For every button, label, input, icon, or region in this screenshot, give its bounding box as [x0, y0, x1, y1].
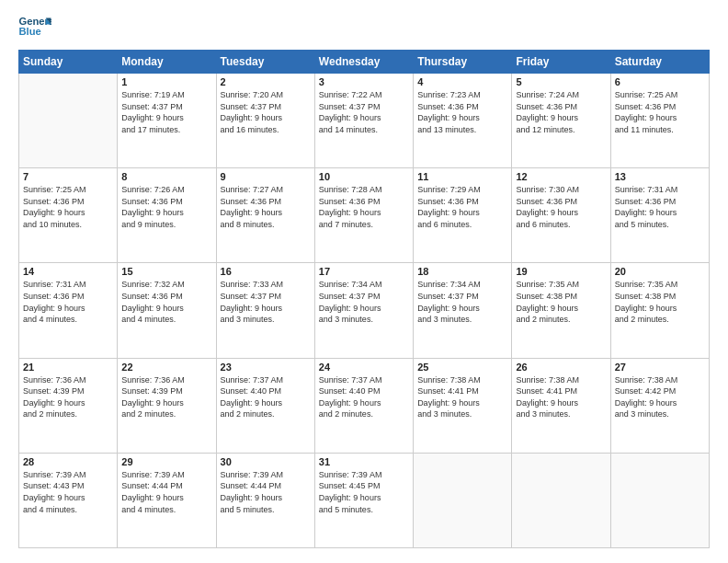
day-info: Sunrise: 7:19 AM Sunset: 4:37 PM Dayligh…	[121, 89, 211, 135]
day-info: Sunrise: 7:39 AM Sunset: 4:44 PM Dayligh…	[121, 469, 211, 515]
calendar-cell: 25Sunrise: 7:38 AM Sunset: 4:41 PM Dayli…	[414, 358, 512, 453]
day-info: Sunrise: 7:36 AM Sunset: 4:39 PM Dayligh…	[23, 374, 113, 420]
calendar-cell: 12Sunrise: 7:30 AM Sunset: 4:36 PM Dayli…	[512, 168, 610, 263]
logo: General Blue	[18, 15, 51, 40]
calendar-cell: 21Sunrise: 7:36 AM Sunset: 4:39 PM Dayli…	[19, 358, 118, 453]
calendar-cell: 22Sunrise: 7:36 AM Sunset: 4:39 PM Dayli…	[118, 358, 216, 453]
calendar-cell: 23Sunrise: 7:37 AM Sunset: 4:40 PM Dayli…	[216, 358, 314, 453]
calendar-cell: 10Sunrise: 7:28 AM Sunset: 4:36 PM Dayli…	[314, 168, 413, 263]
weekday-header-monday: Monday	[118, 51, 216, 74]
calendar-cell: 5Sunrise: 7:24 AM Sunset: 4:36 PM Daylig…	[512, 74, 610, 168]
day-info: Sunrise: 7:31 AM Sunset: 4:36 PM Dayligh…	[615, 184, 705, 230]
week-row-1: 7Sunrise: 7:25 AM Sunset: 4:36 PM Daylig…	[19, 168, 710, 263]
calendar-cell: 2Sunrise: 7:20 AM Sunset: 4:37 PM Daylig…	[216, 74, 314, 168]
weekday-header-sunday: Sunday	[19, 51, 118, 74]
day-number: 18	[417, 266, 507, 277]
day-number: 9	[221, 171, 311, 182]
calendar-table: SundayMondayTuesdayWednesdayThursdayFrid…	[18, 50, 710, 548]
day-number: 23	[221, 362, 311, 373]
day-number: 21	[23, 362, 113, 373]
calendar-cell	[414, 453, 512, 547]
day-info: Sunrise: 7:23 AM Sunset: 4:36 PM Dayligh…	[417, 89, 507, 135]
calendar-cell	[610, 453, 709, 547]
day-number: 6	[615, 76, 705, 87]
calendar-cell: 9Sunrise: 7:27 AM Sunset: 4:36 PM Daylig…	[216, 168, 314, 263]
day-number: 2	[221, 76, 311, 87]
calendar-cell: 3Sunrise: 7:22 AM Sunset: 4:37 PM Daylig…	[314, 74, 413, 168]
day-number: 31	[319, 456, 409, 467]
day-info: Sunrise: 7:32 AM Sunset: 4:36 PM Dayligh…	[121, 279, 211, 325]
day-info: Sunrise: 7:39 AM Sunset: 4:43 PM Dayligh…	[23, 469, 113, 515]
week-row-2: 14Sunrise: 7:31 AM Sunset: 4:36 PM Dayli…	[19, 263, 710, 358]
calendar-cell: 17Sunrise: 7:34 AM Sunset: 4:37 PM Dayli…	[314, 263, 413, 358]
calendar-cell: 27Sunrise: 7:38 AM Sunset: 4:42 PM Dayli…	[610, 358, 709, 453]
calendar-cell: 14Sunrise: 7:31 AM Sunset: 4:36 PM Dayli…	[19, 263, 118, 358]
day-number: 27	[615, 362, 705, 373]
calendar-cell: 26Sunrise: 7:38 AM Sunset: 4:41 PM Dayli…	[512, 358, 610, 453]
day-number: 20	[615, 266, 705, 277]
calendar-cell: 4Sunrise: 7:23 AM Sunset: 4:36 PM Daylig…	[414, 74, 512, 168]
day-info: Sunrise: 7:36 AM Sunset: 4:39 PM Dayligh…	[121, 374, 211, 420]
day-number: 29	[121, 456, 211, 467]
day-info: Sunrise: 7:38 AM Sunset: 4:41 PM Dayligh…	[417, 374, 507, 420]
calendar-cell: 24Sunrise: 7:37 AM Sunset: 4:40 PM Dayli…	[314, 358, 413, 453]
day-info: Sunrise: 7:20 AM Sunset: 4:37 PM Dayligh…	[221, 89, 311, 135]
calendar-cell	[512, 453, 610, 547]
calendar-cell: 29Sunrise: 7:39 AM Sunset: 4:44 PM Dayli…	[118, 453, 216, 547]
weekday-header-tuesday: Tuesday	[216, 51, 314, 74]
header: General Blue	[18, 15, 710, 40]
day-info: Sunrise: 7:22 AM Sunset: 4:37 PM Dayligh…	[319, 89, 409, 135]
day-info: Sunrise: 7:33 AM Sunset: 4:37 PM Dayligh…	[221, 279, 311, 325]
day-info: Sunrise: 7:38 AM Sunset: 4:42 PM Dayligh…	[615, 374, 705, 420]
logo-icon: General Blue	[18, 15, 51, 40]
week-row-4: 28Sunrise: 7:39 AM Sunset: 4:43 PM Dayli…	[19, 453, 710, 547]
day-info: Sunrise: 7:31 AM Sunset: 4:36 PM Dayligh…	[23, 279, 113, 325]
week-row-0: 1Sunrise: 7:19 AM Sunset: 4:37 PM Daylig…	[19, 74, 710, 168]
calendar-cell: 7Sunrise: 7:25 AM Sunset: 4:36 PM Daylig…	[19, 168, 118, 263]
day-info: Sunrise: 7:29 AM Sunset: 4:36 PM Dayligh…	[417, 184, 507, 230]
day-number: 19	[516, 266, 606, 277]
page: General Blue SundayMondayTuesdayWednesda…	[0, 0, 728, 563]
day-info: Sunrise: 7:39 AM Sunset: 4:44 PM Dayligh…	[221, 469, 311, 515]
day-info: Sunrise: 7:24 AM Sunset: 4:36 PM Dayligh…	[516, 89, 606, 135]
day-number: 24	[319, 362, 409, 373]
day-number: 12	[516, 171, 606, 182]
day-info: Sunrise: 7:25 AM Sunset: 4:36 PM Dayligh…	[615, 89, 705, 135]
weekday-header-friday: Friday	[512, 51, 610, 74]
day-number: 13	[615, 171, 705, 182]
calendar-cell: 30Sunrise: 7:39 AM Sunset: 4:44 PM Dayli…	[216, 453, 314, 547]
calendar-cell	[19, 74, 118, 168]
day-number: 7	[23, 171, 113, 182]
day-info: Sunrise: 7:37 AM Sunset: 4:40 PM Dayligh…	[319, 374, 409, 420]
day-info: Sunrise: 7:35 AM Sunset: 4:38 PM Dayligh…	[615, 279, 705, 325]
day-info: Sunrise: 7:34 AM Sunset: 4:37 PM Dayligh…	[417, 279, 507, 325]
day-info: Sunrise: 7:27 AM Sunset: 4:36 PM Dayligh…	[221, 184, 311, 230]
day-info: Sunrise: 7:37 AM Sunset: 4:40 PM Dayligh…	[221, 374, 311, 420]
calendar-cell: 31Sunrise: 7:39 AM Sunset: 4:45 PM Dayli…	[314, 453, 413, 547]
day-number: 1	[121, 76, 211, 87]
weekday-header-wednesday: Wednesday	[314, 51, 413, 74]
calendar-cell: 19Sunrise: 7:35 AM Sunset: 4:38 PM Dayli…	[512, 263, 610, 358]
day-info: Sunrise: 7:39 AM Sunset: 4:45 PM Dayligh…	[319, 469, 409, 515]
day-info: Sunrise: 7:26 AM Sunset: 4:36 PM Dayligh…	[121, 184, 211, 230]
calendar-cell: 18Sunrise: 7:34 AM Sunset: 4:37 PM Dayli…	[414, 263, 512, 358]
day-number: 28	[23, 456, 113, 467]
day-info: Sunrise: 7:34 AM Sunset: 4:37 PM Dayligh…	[319, 279, 409, 325]
day-info: Sunrise: 7:25 AM Sunset: 4:36 PM Dayligh…	[23, 184, 113, 230]
svg-text:Blue: Blue	[19, 26, 41, 37]
calendar-cell: 15Sunrise: 7:32 AM Sunset: 4:36 PM Dayli…	[118, 263, 216, 358]
calendar-cell: 11Sunrise: 7:29 AM Sunset: 4:36 PM Dayli…	[414, 168, 512, 263]
calendar-cell: 6Sunrise: 7:25 AM Sunset: 4:36 PM Daylig…	[610, 74, 709, 168]
day-number: 5	[516, 76, 606, 87]
day-number: 4	[417, 76, 507, 87]
day-number: 25	[417, 362, 507, 373]
weekday-header-row: SundayMondayTuesdayWednesdayThursdayFrid…	[19, 51, 710, 74]
calendar-cell: 16Sunrise: 7:33 AM Sunset: 4:37 PM Dayli…	[216, 263, 314, 358]
day-number: 16	[221, 266, 311, 277]
calendar-cell: 20Sunrise: 7:35 AM Sunset: 4:38 PM Dayli…	[610, 263, 709, 358]
calendar-cell: 13Sunrise: 7:31 AM Sunset: 4:36 PM Dayli…	[610, 168, 709, 263]
weekday-header-thursday: Thursday	[414, 51, 512, 74]
day-number: 8	[121, 171, 211, 182]
day-number: 30	[221, 456, 311, 467]
day-number: 15	[121, 266, 211, 277]
